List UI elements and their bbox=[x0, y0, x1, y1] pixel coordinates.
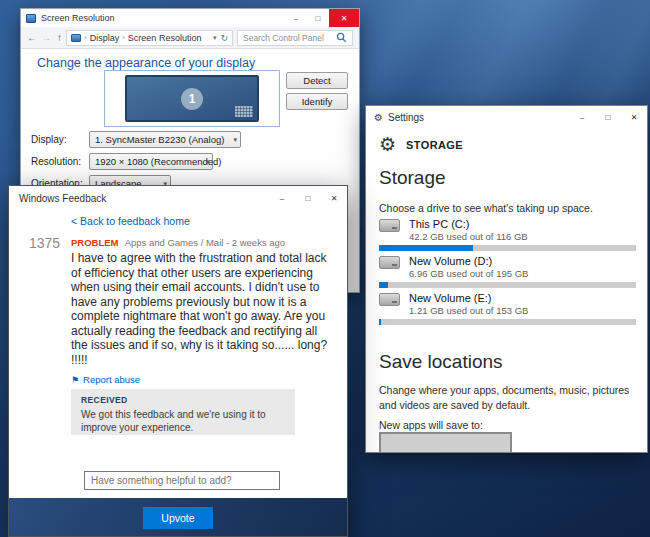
feedback-meta-row: PROBLEM Apps and Games / Mail - 2 weeks … bbox=[71, 237, 285, 248]
breadcrumb-separator-icon: › bbox=[122, 33, 125, 42]
comment-input[interactable] bbox=[84, 471, 280, 490]
drive-icon bbox=[379, 219, 400, 232]
close-button[interactable]: ✕ bbox=[621, 106, 647, 128]
storage-page-header: STORAGE bbox=[406, 139, 463, 151]
storage-heading: Storage bbox=[379, 167, 446, 189]
breadcrumb-separator-icon: › bbox=[84, 33, 87, 42]
display-select-value: 1. SyncMaster B2230 (Analog) bbox=[95, 134, 236, 145]
monitor-number: 1 bbox=[181, 88, 203, 110]
control-panel-search[interactable] bbox=[237, 30, 353, 46]
display-label: Display: bbox=[31, 134, 89, 145]
monitor-1-preview[interactable]: 1 bbox=[125, 75, 259, 122]
gear-icon: ⚙ bbox=[379, 135, 396, 154]
maximize-button[interactable]: □ bbox=[307, 9, 329, 27]
display-breadcrumb-icon bbox=[71, 34, 81, 42]
back-icon[interactable]: ← bbox=[27, 33, 37, 43]
settings-page-header-row: ⚙ STORAGE bbox=[379, 135, 463, 154]
windows-feedback-window: Windows Feedback – □ ✕ < Back to feedbac… bbox=[8, 185, 348, 537]
settings-app-icon: ⚙ bbox=[374, 112, 383, 123]
navigation-bar: ← → ↑ › Display › Screen Resolution ▾ ↻ bbox=[21, 27, 359, 49]
problem-tag: PROBLEM bbox=[71, 237, 119, 248]
new-apps-select[interactable] bbox=[379, 432, 512, 453]
page-heading: Change the appearance of your display bbox=[37, 56, 255, 70]
drive-usage-bar bbox=[379, 245, 636, 251]
back-to-feedback-home-link[interactable]: < Back to feedback home bbox=[71, 215, 190, 227]
maximize-button[interactable]: □ bbox=[295, 186, 321, 210]
feedback-body-text: I have to agree with the frustration and… bbox=[71, 251, 337, 367]
upvote-button[interactable]: Upvote bbox=[143, 507, 212, 529]
received-label: RECEIVED bbox=[81, 395, 285, 405]
drive-usage: 42.2 GB used out of 116 GB bbox=[409, 231, 528, 242]
storage-caption: Choose a drive to see what's taking up s… bbox=[379, 202, 593, 214]
up-icon[interactable]: ↑ bbox=[57, 33, 62, 43]
save-locations-caption: Change where your apps, documents, music… bbox=[379, 383, 631, 413]
drive-item-d[interactable]: New Volume (D:) 6.96 GB used out of 195 … bbox=[379, 255, 636, 289]
new-apps-label: New apps will save to: bbox=[379, 419, 483, 431]
minimize-button[interactable]: – bbox=[269, 186, 295, 210]
detect-button[interactable]: Detect bbox=[286, 72, 348, 89]
feedback-titlebar[interactable]: Windows Feedback – □ ✕ bbox=[9, 186, 347, 210]
search-input[interactable] bbox=[243, 33, 336, 43]
resolution-label: Resolution: bbox=[31, 156, 89, 167]
drive-name: This PC (C:) bbox=[409, 218, 470, 230]
received-text: We got this feedback and we're using it … bbox=[81, 408, 286, 434]
refresh-icon[interactable]: ↻ bbox=[220, 33, 228, 43]
display-app-icon bbox=[26, 14, 36, 23]
breadcrumb-screen-resolution[interactable]: Screen Resolution bbox=[128, 33, 202, 43]
drive-usage: 6.96 GB used out of 195 GB bbox=[409, 268, 528, 279]
save-locations-heading: Save locations bbox=[379, 351, 503, 373]
address-dropdown-icon[interactable]: ▾ bbox=[213, 34, 217, 42]
caption-buttons: – □ ✕ bbox=[285, 9, 359, 27]
resolution-select-value: 1920 × 1080 (Recommended) bbox=[95, 156, 233, 167]
drive-icon bbox=[379, 256, 400, 269]
feedback-footer: Upvote bbox=[9, 498, 347, 537]
flag-icon: ⚑ bbox=[71, 375, 79, 385]
address-bar-controls: ▾ ↻ bbox=[213, 33, 228, 43]
maximize-button[interactable]: □ bbox=[595, 106, 621, 128]
display-field-row: Display: 1. SyncMaster B2230 (Analog) ▾ bbox=[31, 131, 241, 148]
report-abuse-label: Report abuse bbox=[83, 374, 140, 385]
drive-item-e[interactable]: New Volume (E:) 1.21 GB used out of 153 … bbox=[379, 292, 636, 326]
display-preview: 1 bbox=[104, 70, 280, 127]
drive-usage-bar bbox=[379, 319, 636, 325]
settings-titlebar[interactable]: ⚙ Settings – □ ✕ bbox=[366, 106, 647, 128]
settings-window: ⚙ Settings – □ ✕ ⚙ STORAGE Storage Choos… bbox=[365, 105, 648, 453]
resolution-select[interactable]: 1920 × 1080 (Recommended) ▾ bbox=[89, 153, 213, 170]
minimize-button[interactable]: – bbox=[569, 106, 595, 128]
drive-usage-fill bbox=[379, 245, 473, 251]
minimize-button[interactable]: – bbox=[285, 9, 307, 27]
forward-icon[interactable]: → bbox=[41, 33, 51, 43]
chevron-down-icon: ▾ bbox=[233, 136, 237, 144]
screen-resolution-window-title: Screen Resolution bbox=[41, 13, 285, 23]
drive-name: New Volume (D:) bbox=[409, 255, 492, 267]
vote-count: 1375 bbox=[29, 235, 60, 251]
display-select[interactable]: 1. SyncMaster B2230 (Analog) ▾ bbox=[89, 131, 241, 148]
drive-item-c[interactable]: This PC (C:) 42.2 GB used out of 116 GB bbox=[379, 218, 636, 252]
close-button[interactable]: ✕ bbox=[321, 186, 347, 210]
drive-usage: 1.21 GB used out of 153 GB bbox=[409, 305, 528, 316]
resolution-field-row: Resolution: 1920 × 1080 (Recommended) ▾ bbox=[31, 153, 213, 170]
drive-name: New Volume (E:) bbox=[409, 292, 492, 304]
chevron-down-icon: ▾ bbox=[205, 158, 209, 166]
drive-icon bbox=[379, 293, 400, 306]
settings-window-title: Settings bbox=[388, 112, 424, 123]
desktop: Screen Resolution – □ ✕ ← → ↑ › Display … bbox=[0, 0, 650, 537]
report-abuse-link[interactable]: ⚑ Report abuse bbox=[71, 374, 140, 385]
breadcrumb-display[interactable]: Display bbox=[90, 33, 120, 43]
search-icon bbox=[336, 32, 347, 43]
address-bar[interactable]: › Display › Screen Resolution ▾ ↻ bbox=[66, 30, 233, 46]
feedback-window-title: Windows Feedback bbox=[19, 193, 106, 204]
drive-usage-bar bbox=[379, 282, 636, 288]
close-button[interactable]: ✕ bbox=[329, 9, 359, 27]
identify-button[interactable]: Identify bbox=[286, 93, 348, 110]
caption-buttons: – □ ✕ bbox=[569, 106, 647, 128]
drive-usage-fill bbox=[379, 319, 381, 325]
monitor-grille-icon bbox=[235, 106, 253, 117]
feedback-content: < Back to feedback home 1375 PROBLEM App… bbox=[9, 210, 347, 537]
received-status-box: RECEIVED We got this feedback and we're … bbox=[71, 389, 295, 435]
settings-content: ⚙ STORAGE Storage Choose a drive to see … bbox=[366, 128, 647, 453]
drive-usage-fill bbox=[379, 282, 388, 288]
feedback-category-meta: Apps and Games / Mail - 2 weeks ago bbox=[125, 237, 286, 248]
screen-resolution-titlebar[interactable]: Screen Resolution – □ ✕ bbox=[21, 9, 359, 27]
caption-buttons: – □ ✕ bbox=[269, 186, 347, 210]
